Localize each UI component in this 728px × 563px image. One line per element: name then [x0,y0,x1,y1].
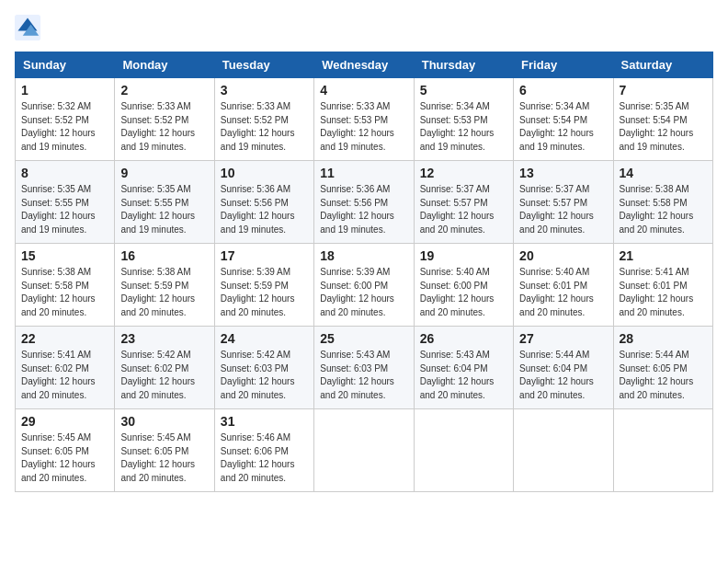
day-number: 12 [420,166,507,180]
header-cell-saturday: Saturday [613,52,712,78]
day-cell: 6Sunrise: 5:34 AM Sunset: 5:54 PM Daylig… [514,78,613,161]
day-number: 28 [620,331,707,346]
day-info: Sunrise: 5:45 AM Sunset: 6:05 PM Dayligh… [21,431,108,485]
day-cell: 29Sunrise: 5:45 AM Sunset: 6:05 PM Dayli… [16,409,115,492]
day-info: Sunrise: 5:44 AM Sunset: 6:05 PM Dayligh… [620,349,707,402]
page-header [15,15,713,40]
day-number: 23 [120,331,208,346]
day-number: 22 [21,331,108,346]
header-cell-friday: Friday [514,52,613,78]
day-cell: 31Sunrise: 5:46 AM Sunset: 6:06 PM Dayli… [214,409,313,492]
day-cell: 3Sunrise: 5:33 AM Sunset: 5:52 PM Daylig… [214,78,313,161]
day-info: Sunrise: 5:42 AM Sunset: 6:02 PM Dayligh… [120,349,208,402]
day-cell: 21Sunrise: 5:41 AM Sunset: 6:01 PM Dayli… [613,244,712,327]
day-cell: 11Sunrise: 5:36 AM Sunset: 5:56 PM Dayli… [314,161,414,244]
day-number: 7 [620,83,707,98]
header-cell-thursday: Thursday [414,52,513,78]
day-number: 3 [221,83,308,98]
week-row-1: 1Sunrise: 5:32 AM Sunset: 5:52 PM Daylig… [16,78,713,161]
calendar-table: SundayMondayTuesdayWednesdayThursdayFrid… [15,52,713,492]
day-number: 4 [320,83,407,98]
logo-icon [15,15,40,40]
day-cell [613,409,712,492]
day-cell [314,409,414,492]
day-number: 5 [420,83,507,98]
day-info: Sunrise: 5:35 AM Sunset: 5:55 PM Dayligh… [120,183,208,236]
day-cell: 26Sunrise: 5:43 AM Sunset: 6:04 PM Dayli… [414,327,513,409]
day-cell: 9Sunrise: 5:35 AM Sunset: 5:55 PM Daylig… [115,161,214,244]
day-number: 9 [120,166,208,180]
day-cell [414,409,513,492]
day-cell [514,409,613,492]
day-info: Sunrise: 5:37 AM Sunset: 5:57 PM Dayligh… [519,183,607,236]
day-cell: 25Sunrise: 5:43 AM Sunset: 6:03 PM Dayli… [314,327,414,409]
day-cell: 20Sunrise: 5:40 AM Sunset: 6:01 PM Dayli… [514,244,613,327]
day-cell: 27Sunrise: 5:44 AM Sunset: 6:04 PM Dayli… [514,327,613,409]
day-number: 16 [120,248,208,263]
day-info: Sunrise: 5:34 AM Sunset: 5:53 PM Dayligh… [420,100,507,154]
day-number: 1 [21,83,108,98]
day-cell: 23Sunrise: 5:42 AM Sunset: 6:02 PM Dayli… [115,327,214,409]
day-cell: 14Sunrise: 5:38 AM Sunset: 5:58 PM Dayli… [613,161,712,244]
day-info: Sunrise: 5:42 AM Sunset: 6:03 PM Dayligh… [221,349,308,402]
header-cell-wednesday: Wednesday [314,52,414,78]
day-info: Sunrise: 5:39 AM Sunset: 6:00 PM Dayligh… [320,266,407,319]
day-info: Sunrise: 5:40 AM Sunset: 6:00 PM Dayligh… [420,266,507,319]
header-cell-monday: Monday [115,52,214,78]
day-info: Sunrise: 5:41 AM Sunset: 6:01 PM Dayligh… [620,266,707,319]
day-info: Sunrise: 5:43 AM Sunset: 6:04 PM Dayligh… [420,349,507,402]
day-number: 27 [519,331,607,346]
day-number: 2 [120,83,208,98]
day-info: Sunrise: 5:38 AM Sunset: 5:58 PM Dayligh… [620,183,707,236]
week-row-4: 22Sunrise: 5:41 AM Sunset: 6:02 PM Dayli… [16,327,713,409]
day-cell: 24Sunrise: 5:42 AM Sunset: 6:03 PM Dayli… [214,327,313,409]
week-row-3: 15Sunrise: 5:38 AM Sunset: 5:58 PM Dayli… [16,244,713,327]
week-row-5: 29Sunrise: 5:45 AM Sunset: 6:05 PM Dayli… [16,409,713,492]
day-number: 19 [420,248,507,263]
day-info: Sunrise: 5:36 AM Sunset: 5:56 PM Dayligh… [221,183,308,236]
day-cell: 18Sunrise: 5:39 AM Sunset: 6:00 PM Dayli… [314,244,414,327]
day-cell: 10Sunrise: 5:36 AM Sunset: 5:56 PM Dayli… [214,161,313,244]
day-info: Sunrise: 5:39 AM Sunset: 5:59 PM Dayligh… [221,266,308,319]
day-info: Sunrise: 5:32 AM Sunset: 5:52 PM Dayligh… [21,100,108,154]
day-number: 15 [21,248,108,263]
day-number: 31 [221,414,308,429]
header-row: SundayMondayTuesdayWednesdayThursdayFrid… [16,52,713,78]
day-cell: 15Sunrise: 5:38 AM Sunset: 5:58 PM Dayli… [16,244,115,327]
day-info: Sunrise: 5:45 AM Sunset: 6:05 PM Dayligh… [120,431,208,485]
day-info: Sunrise: 5:43 AM Sunset: 6:03 PM Dayligh… [320,349,407,402]
day-cell: 7Sunrise: 5:35 AM Sunset: 5:54 PM Daylig… [613,78,712,161]
day-cell: 30Sunrise: 5:45 AM Sunset: 6:05 PM Dayli… [115,409,214,492]
day-info: Sunrise: 5:33 AM Sunset: 5:53 PM Dayligh… [320,100,407,154]
day-info: Sunrise: 5:33 AM Sunset: 5:52 PM Dayligh… [221,100,308,154]
day-number: 21 [620,248,707,263]
day-info: Sunrise: 5:33 AM Sunset: 5:52 PM Dayligh… [120,100,208,154]
header-cell-tuesday: Tuesday [214,52,313,78]
day-cell: 4Sunrise: 5:33 AM Sunset: 5:53 PM Daylig… [314,78,414,161]
day-number: 20 [519,248,607,263]
day-info: Sunrise: 5:40 AM Sunset: 6:01 PM Dayligh… [519,266,607,319]
day-number: 6 [519,83,607,98]
day-cell: 22Sunrise: 5:41 AM Sunset: 6:02 PM Dayli… [16,327,115,409]
day-info: Sunrise: 5:46 AM Sunset: 6:06 PM Dayligh… [221,431,308,485]
day-info: Sunrise: 5:35 AM Sunset: 5:55 PM Dayligh… [21,183,108,236]
day-number: 14 [620,166,707,180]
day-info: Sunrise: 5:38 AM Sunset: 5:58 PM Dayligh… [21,266,108,319]
day-number: 17 [221,248,308,263]
day-info: Sunrise: 5:44 AM Sunset: 6:04 PM Dayligh… [519,349,607,402]
day-info: Sunrise: 5:34 AM Sunset: 5:54 PM Dayligh… [519,100,607,154]
day-cell: 8Sunrise: 5:35 AM Sunset: 5:55 PM Daylig… [16,161,115,244]
day-cell: 1Sunrise: 5:32 AM Sunset: 5:52 PM Daylig… [16,78,115,161]
logo [15,15,44,40]
day-info: Sunrise: 5:37 AM Sunset: 5:57 PM Dayligh… [420,183,507,236]
day-cell: 28Sunrise: 5:44 AM Sunset: 6:05 PM Dayli… [613,327,712,409]
day-number: 10 [221,166,308,180]
day-cell: 13Sunrise: 5:37 AM Sunset: 5:57 PM Dayli… [514,161,613,244]
day-info: Sunrise: 5:35 AM Sunset: 5:54 PM Dayligh… [620,100,707,154]
day-number: 26 [420,331,507,346]
day-info: Sunrise: 5:38 AM Sunset: 5:59 PM Dayligh… [120,266,208,319]
day-cell: 19Sunrise: 5:40 AM Sunset: 6:00 PM Dayli… [414,244,513,327]
day-number: 13 [519,166,607,180]
week-row-2: 8Sunrise: 5:35 AM Sunset: 5:55 PM Daylig… [16,161,713,244]
day-cell: 16Sunrise: 5:38 AM Sunset: 5:59 PM Dayli… [115,244,214,327]
